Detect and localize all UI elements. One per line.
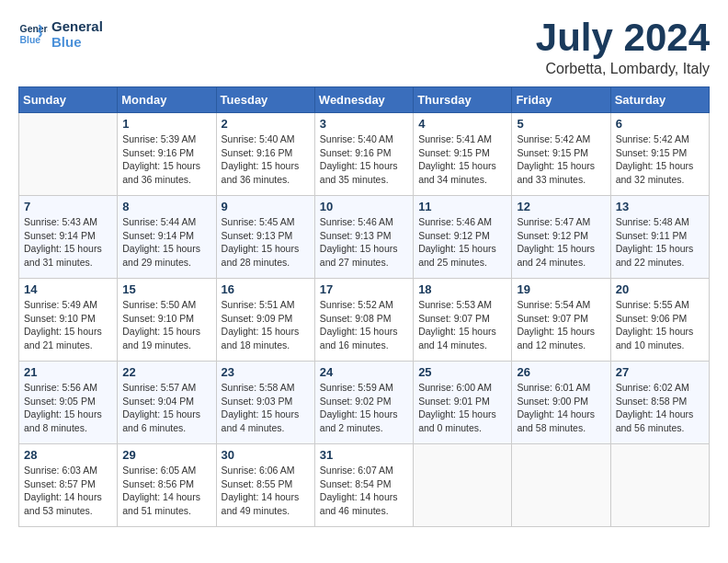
calendar-cell: [512, 444, 610, 527]
day-info: Sunrise: 6:02 AM Sunset: 8:58 PM Dayligh…: [616, 381, 704, 435]
logo-line1: General: [51, 18, 103, 34]
day-info: Sunrise: 5:41 AM Sunset: 9:15 PM Dayligh…: [418, 132, 506, 187]
day-info: Sunrise: 6:00 AM Sunset: 9:01 PM Dayligh…: [418, 381, 506, 435]
calendar-cell: 6Sunrise: 5:42 AM Sunset: 9:15 PM Daylig…: [610, 113, 709, 196]
calendar-cell: 22Sunrise: 5:57 AM Sunset: 9:04 PM Dayli…: [118, 362, 216, 444]
calendar-cell: 5Sunrise: 5:42 AM Sunset: 9:15 PM Daylig…: [512, 113, 610, 196]
day-info: Sunrise: 5:56 AM Sunset: 9:05 PM Dayligh…: [24, 381, 112, 435]
week-row-5: 28Sunrise: 6:03 AM Sunset: 8:57 PM Dayli…: [19, 444, 710, 527]
calendar: SundayMondayTuesdayWednesdayThursdayFrid…: [18, 86, 710, 527]
calendar-cell: 26Sunrise: 6:01 AM Sunset: 9:00 PM Dayli…: [512, 362, 610, 444]
calendar-cell: 10Sunrise: 5:46 AM Sunset: 9:13 PM Dayli…: [314, 196, 413, 279]
day-info: Sunrise: 5:59 AM Sunset: 9:02 PM Dayligh…: [320, 381, 408, 435]
day-number: 8: [122, 200, 210, 213]
day-number: 25: [418, 365, 506, 379]
day-info: Sunrise: 5:52 AM Sunset: 9:08 PM Dayligh…: [320, 298, 408, 352]
calendar-cell: 20Sunrise: 5:55 AM Sunset: 9:06 PM Dayli…: [610, 279, 709, 362]
weekday-header-friday: Friday: [512, 87, 610, 113]
day-info: Sunrise: 5:50 AM Sunset: 9:10 PM Dayligh…: [122, 298, 210, 352]
day-number: 24: [320, 365, 408, 379]
day-info: Sunrise: 5:44 AM Sunset: 9:14 PM Dayligh…: [122, 215, 210, 270]
day-number: 2: [222, 117, 310, 131]
day-info: Sunrise: 5:47 AM Sunset: 9:12 PM Dayligh…: [517, 215, 605, 270]
calendar-cell: 13Sunrise: 5:48 AM Sunset: 9:11 PM Dayli…: [610, 196, 709, 279]
day-info: Sunrise: 5:40 AM Sunset: 9:16 PM Dayligh…: [320, 132, 408, 187]
day-info: Sunrise: 5:40 AM Sunset: 9:16 PM Dayligh…: [222, 132, 310, 187]
day-number: 30: [222, 448, 310, 462]
month-title: July 2024: [536, 18, 710, 57]
weekday-header-tuesday: Tuesday: [216, 87, 314, 113]
day-info: Sunrise: 5:42 AM Sunset: 9:15 PM Dayligh…: [616, 132, 704, 187]
day-info: Sunrise: 5:48 AM Sunset: 9:11 PM Dayligh…: [616, 215, 704, 270]
svg-text:Blue: Blue: [20, 35, 41, 45]
weekday-header-row: SundayMondayTuesdayWednesdayThursdayFrid…: [19, 87, 710, 113]
day-number: 18: [418, 282, 506, 296]
day-number: 7: [24, 200, 112, 213]
day-info: Sunrise: 6:03 AM Sunset: 8:57 PM Dayligh…: [24, 464, 112, 518]
calendar-cell: [610, 444, 709, 527]
day-number: 19: [517, 282, 605, 296]
day-info: Sunrise: 5:51 AM Sunset: 9:09 PM Dayligh…: [222, 298, 310, 352]
calendar-cell: 15Sunrise: 5:50 AM Sunset: 9:10 PM Dayli…: [118, 279, 216, 362]
day-number: 20: [616, 282, 704, 296]
day-info: Sunrise: 5:53 AM Sunset: 9:07 PM Dayligh…: [418, 298, 506, 352]
day-info: Sunrise: 6:01 AM Sunset: 9:00 PM Dayligh…: [517, 381, 605, 435]
calendar-cell: 3Sunrise: 5:40 AM Sunset: 9:16 PM Daylig…: [314, 113, 413, 196]
week-row-2: 7Sunrise: 5:43 AM Sunset: 9:14 PM Daylig…: [19, 196, 710, 279]
page-header: General Blue General Blue July 2024 Corb…: [18, 18, 710, 77]
day-number: 3: [320, 117, 408, 131]
calendar-cell: 14Sunrise: 5:49 AM Sunset: 9:10 PM Dayli…: [19, 279, 118, 362]
day-number: 9: [222, 200, 310, 213]
day-number: 23: [222, 365, 310, 379]
calendar-cell: 21Sunrise: 5:56 AM Sunset: 9:05 PM Dayli…: [19, 362, 118, 444]
day-info: Sunrise: 5:49 AM Sunset: 9:10 PM Dayligh…: [24, 298, 112, 352]
day-info: Sunrise: 5:42 AM Sunset: 9:15 PM Dayligh…: [517, 132, 605, 187]
calendar-cell: 8Sunrise: 5:44 AM Sunset: 9:14 PM Daylig…: [118, 196, 216, 279]
day-info: Sunrise: 5:43 AM Sunset: 9:14 PM Dayligh…: [24, 215, 112, 270]
day-number: 28: [24, 448, 112, 462]
title-block: July 2024 Corbetta, Lombardy, Italy: [536, 18, 710, 77]
day-number: 17: [320, 282, 408, 296]
calendar-cell: 19Sunrise: 5:54 AM Sunset: 9:07 PM Dayli…: [512, 279, 610, 362]
calendar-cell: 29Sunrise: 6:05 AM Sunset: 8:56 PM Dayli…: [118, 444, 216, 527]
day-number: 4: [418, 117, 506, 131]
weekday-header-sunday: Sunday: [19, 87, 118, 113]
calendar-cell: 24Sunrise: 5:59 AM Sunset: 9:02 PM Dayli…: [314, 362, 413, 444]
weekday-header-saturday: Saturday: [610, 87, 709, 113]
calendar-cell: 7Sunrise: 5:43 AM Sunset: 9:14 PM Daylig…: [19, 196, 118, 279]
day-info: Sunrise: 5:46 AM Sunset: 9:12 PM Dayligh…: [418, 215, 506, 270]
day-number: 26: [517, 365, 605, 379]
calendar-cell: 17Sunrise: 5:52 AM Sunset: 9:08 PM Dayli…: [314, 279, 413, 362]
day-info: Sunrise: 5:54 AM Sunset: 9:07 PM Dayligh…: [517, 298, 605, 352]
calendar-cell: 23Sunrise: 5:58 AM Sunset: 9:03 PM Dayli…: [216, 362, 314, 444]
location: Corbetta, Lombardy, Italy: [536, 61, 710, 77]
day-info: Sunrise: 5:46 AM Sunset: 9:13 PM Dayligh…: [320, 215, 408, 270]
day-number: 27: [616, 365, 704, 379]
day-number: 6: [616, 117, 704, 131]
day-number: 16: [222, 282, 310, 296]
calendar-cell: 4Sunrise: 5:41 AM Sunset: 9:15 PM Daylig…: [414, 113, 512, 196]
calendar-cell: [19, 113, 118, 196]
calendar-cell: 9Sunrise: 5:45 AM Sunset: 9:13 PM Daylig…: [216, 196, 314, 279]
week-row-1: 1Sunrise: 5:39 AM Sunset: 9:16 PM Daylig…: [19, 113, 710, 196]
calendar-cell: 2Sunrise: 5:40 AM Sunset: 9:16 PM Daylig…: [216, 113, 314, 196]
day-number: 10: [320, 200, 408, 213]
day-number: 21: [24, 365, 112, 379]
calendar-cell: 30Sunrise: 6:06 AM Sunset: 8:55 PM Dayli…: [216, 444, 314, 527]
calendar-cell: 27Sunrise: 6:02 AM Sunset: 8:58 PM Dayli…: [610, 362, 709, 444]
week-row-4: 21Sunrise: 5:56 AM Sunset: 9:05 PM Dayli…: [19, 362, 710, 444]
day-info: Sunrise: 6:05 AM Sunset: 8:56 PM Dayligh…: [122, 464, 210, 518]
calendar-cell: 18Sunrise: 5:53 AM Sunset: 9:07 PM Dayli…: [414, 279, 512, 362]
day-number: 13: [616, 200, 704, 213]
day-number: 31: [320, 448, 408, 462]
day-number: 29: [122, 448, 210, 462]
day-number: 11: [418, 200, 506, 213]
calendar-cell: 11Sunrise: 5:46 AM Sunset: 9:12 PM Dayli…: [414, 196, 512, 279]
day-number: 1: [122, 117, 210, 131]
day-info: Sunrise: 5:55 AM Sunset: 9:06 PM Dayligh…: [616, 298, 704, 352]
week-row-3: 14Sunrise: 5:49 AM Sunset: 9:10 PM Dayli…: [19, 279, 710, 362]
day-number: 14: [24, 282, 112, 296]
day-info: Sunrise: 6:06 AM Sunset: 8:55 PM Dayligh…: [222, 464, 310, 518]
day-info: Sunrise: 5:39 AM Sunset: 9:16 PM Dayligh…: [122, 132, 210, 187]
day-info: Sunrise: 6:07 AM Sunset: 8:54 PM Dayligh…: [320, 464, 408, 518]
